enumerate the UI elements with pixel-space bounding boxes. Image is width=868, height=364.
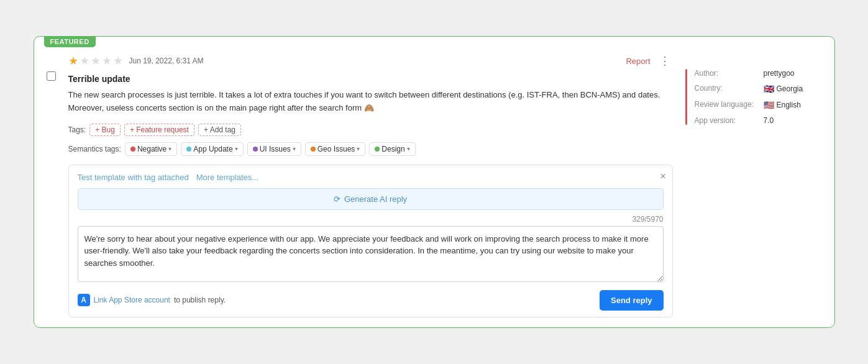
generate-ai-reply-button[interactable]: ⟳ Generate AI reply — [78, 188, 664, 210]
app-store-icon: A — [78, 294, 90, 306]
star-5: ★ — [113, 54, 123, 68]
reply-footer: A Link App Store account to publish repl… — [78, 290, 664, 311]
country-key: Country: — [695, 84, 760, 93]
publish-reply-text: to publish reply. — [174, 296, 226, 304]
semantic-ui-issues-label: UI Issues — [260, 145, 291, 153]
tag-bug[interactable]: + Bug — [89, 124, 121, 136]
semantic-design[interactable]: Design ▾ — [369, 142, 415, 156]
language-flag: 🇺🇸 — [764, 100, 774, 110]
review-header: ★ ★ ★ ★ ★ Jun 19, 2022, 6:31 AM Report ⋮ — [68, 54, 673, 68]
more-options-button[interactable]: ⋮ — [657, 55, 673, 66]
link-app-store-link[interactable]: Link App Store account — [94, 296, 170, 304]
star-3: ★ — [91, 54, 101, 68]
dot-ui-issues — [253, 147, 258, 152]
report-button[interactable]: Report — [626, 57, 650, 66]
chevron-down-icon: ▾ — [168, 145, 171, 152]
star-2: ★ — [80, 54, 89, 68]
star-rating: ★ ★ ★ ★ ★ — [68, 54, 123, 68]
semantic-geo-issues-label: Geo Issues — [318, 145, 355, 153]
link-account-row: A Link App Store account to publish repl… — [78, 294, 226, 306]
review-card: FEATURED ★ ★ ★ ★ ★ Jun 19, 2022, 6:31 AM… — [34, 36, 835, 328]
chevron-down-icon: ▾ — [407, 145, 410, 152]
close-reply-panel-button[interactable]: × — [660, 171, 665, 181]
select-review-checkbox[interactable] — [47, 71, 56, 81]
generate-ai-label: Generate AI reply — [344, 194, 407, 204]
semantic-app-update[interactable]: App Update ▾ — [181, 142, 243, 156]
semantic-geo-issues[interactable]: Geo Issues ▾ — [305, 142, 366, 156]
language-value: 🇺🇸 English — [764, 100, 801, 110]
sidebar-meta: Author: prettygoo Country: 🇬🇧 Georgia Re… — [695, 69, 803, 125]
dot-app-update — [186, 147, 191, 152]
dot-geo-issues — [311, 147, 316, 152]
meta-country: Country: 🇬🇧 Georgia — [695, 84, 803, 94]
semantic-design-label: Design — [381, 145, 404, 153]
semantic-app-update-label: App Update — [193, 145, 232, 153]
version-value: 7.0 — [764, 116, 774, 125]
template-link-2[interactable]: More templates... — [196, 173, 258, 182]
template-link-1[interactable]: Test template with tag attached — [78, 173, 189, 182]
review-sidebar: Author: prettygoo Country: 🇬🇧 Georgia Re… — [685, 54, 822, 317]
add-tag-button[interactable]: + Add tag — [198, 124, 241, 136]
red-accent-bar — [685, 69, 687, 125]
semantic-negative[interactable]: Negative ▾ — [125, 142, 177, 156]
dot-negative — [130, 147, 135, 152]
semantic-negative-label: Negative — [137, 145, 167, 153]
meta-version: App version: 7.0 — [695, 116, 803, 125]
tags-label: Tags: — [68, 125, 86, 134]
reply-panel: × Test template with tag attached More t… — [68, 165, 673, 317]
country-flag: 🇬🇧 — [764, 84, 774, 94]
author-key: Author: — [695, 69, 760, 78]
review-date: Jun 19, 2022, 6:31 AM — [129, 57, 620, 65]
language-name: English — [777, 101, 801, 109]
meta-language: Review language: 🇺🇸 English — [695, 100, 803, 110]
semantics-label: Semantics tags: — [68, 145, 121, 153]
country-name: Georgia — [777, 84, 803, 93]
review-title: Terrible update — [68, 74, 673, 84]
char-count: 329/5970 — [78, 215, 664, 224]
chevron-down-icon: ▾ — [293, 145, 296, 152]
tag-feature-request[interactable]: + Feature request — [124, 124, 194, 136]
semantics-row: Semantics tags: Negative ▾ App Update ▾ … — [68, 142, 673, 156]
generate-ai-icon: ⟳ — [334, 194, 340, 204]
version-key: App version: — [695, 116, 760, 125]
star-4: ★ — [102, 54, 112, 68]
star-1: ★ — [68, 54, 78, 68]
chevron-down-icon: ▾ — [235, 145, 238, 152]
templates-row: Test template with tag attached More tem… — [78, 173, 664, 182]
send-reply-button[interactable]: Send reply — [600, 290, 663, 311]
meta-author: Author: prettygoo — [695, 69, 803, 78]
tags-row: Tags: + Bug + Feature request + Add tag — [68, 124, 673, 136]
chevron-down-icon: ▾ — [357, 145, 360, 152]
country-value: 🇬🇧 Georgia — [764, 84, 803, 94]
review-body: The new search processes is just terribl… — [68, 89, 673, 115]
semantic-ui-issues[interactable]: UI Issues ▾ — [247, 142, 301, 156]
language-key: Review language: — [695, 100, 760, 109]
reply-textarea[interactable]: We're sorry to hear about your negative … — [78, 226, 664, 282]
dot-design — [375, 147, 380, 152]
featured-badge: FEATURED — [44, 36, 96, 47]
author-value: prettygoo — [764, 69, 795, 78]
